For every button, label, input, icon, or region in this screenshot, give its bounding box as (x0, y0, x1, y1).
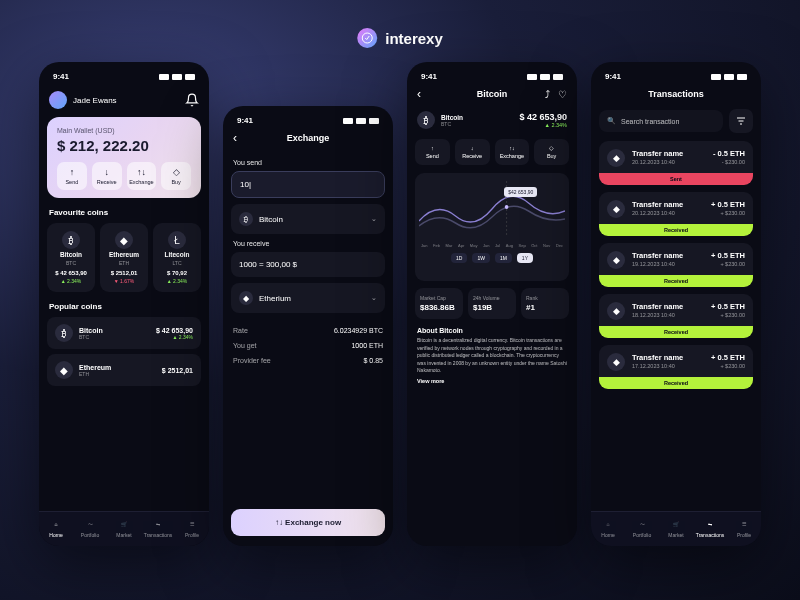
about-text: Bitcoin is a decentralized digital curre… (417, 337, 567, 375)
tab-market[interactable]: 🛒Market (107, 518, 141, 538)
range-1Y[interactable]: 1Y (517, 253, 533, 263)
brand-logo: interexy (357, 28, 443, 48)
search-icon: 🔍 (607, 117, 616, 125)
stat-card: Market Cap$836.86B (415, 288, 463, 319)
tab-home[interactable]: ⌂Home (591, 518, 625, 538)
exchange-now-button[interactable]: ↑↓ Exchange now (231, 509, 385, 536)
tab-portfolio[interactable]: 〜Portfolio (625, 518, 659, 538)
wallet-card: Main Wallet (USD) $ 212, 222.20 ↑Send ↓R… (47, 117, 201, 198)
bell-icon[interactable] (185, 93, 199, 107)
send-label: You send (233, 159, 383, 166)
tab-home[interactable]: ⌂Home (39, 518, 73, 538)
tab-bar: ⌂Home〜Portfolio🛒Market⇋Transactions☰Prof… (39, 511, 209, 546)
ethereum-icon: ◆ (607, 353, 625, 371)
exchange-button[interactable]: ↑↓Exchange (495, 139, 530, 165)
transaction-tag: Received (599, 275, 753, 287)
search-input[interactable]: 🔍Search transaction (599, 110, 723, 132)
ethereum-icon: ◆ (607, 149, 625, 167)
transaction-card[interactable]: ◆Transfer name18.12.2023 10:40+ 0.5 ETH+… (599, 294, 753, 338)
ethereum-icon: ◆ (607, 251, 625, 269)
tab-transactions[interactable]: ⇋Transactions (693, 518, 727, 538)
receive-coin-select[interactable]: ◆ Etherium⌄ (231, 283, 385, 313)
transaction-card[interactable]: ◆Transfer name17.12.2023 10:40+ 0.5 ETH+… (599, 345, 753, 389)
transaction-card[interactable]: ◆Transfer name20.12.2023 10:40+ 0.5 ETH+… (599, 192, 753, 236)
coin-icon: ₿ (55, 324, 73, 342)
transaction-card[interactable]: ◆Transfer name19.12.2023 10:40+ 0.5 ETH+… (599, 243, 753, 287)
page-title: Bitcoin (477, 89, 508, 99)
transaction-tag: Received (599, 224, 753, 236)
back-button[interactable]: ‹ (233, 131, 237, 145)
status-bar: 9:41 (231, 116, 385, 131)
avatar (49, 91, 67, 109)
send-button[interactable]: ↑Send (57, 162, 87, 190)
transaction-tag: Received (599, 377, 753, 389)
range-1W[interactable]: 1W (472, 253, 490, 263)
transaction-tag: Received (599, 326, 753, 338)
tab-bar: ⌂Home〜Portfolio🛒Market⇋Transactions☰Prof… (591, 511, 761, 546)
page-title: Transactions (648, 89, 704, 99)
price-chart[interactable]: $42 653,90 JanFebMarAprMayJunJulAugSepOc… (415, 173, 569, 281)
back-button[interactable]: ‹ (417, 87, 421, 101)
range-1D[interactable]: 1D (451, 253, 467, 263)
receive-amount: 1000 = 300,00 $ (231, 252, 385, 277)
status-bar: 9:41 (47, 72, 201, 87)
favourite-title: Favourite coins (49, 208, 199, 217)
send-coin-select[interactable]: ₿ Bitcoin⌄ (231, 204, 385, 234)
range-1M[interactable]: 1M (495, 253, 512, 263)
receive-label: You receive (233, 240, 383, 247)
coin-icon: ◆ (115, 231, 133, 249)
heart-icon[interactable]: ♡ (558, 89, 567, 100)
fav-coin-card[interactable]: ŁLitecoinLTC$ 70,92▲ 2.34% (153, 223, 201, 292)
wallet-label: Main Wallet (USD) (57, 127, 191, 134)
stat-card: 24h Volume$19B (468, 288, 516, 319)
rate-row: Provider fee$ 0.85 (231, 353, 385, 368)
coin-icon: Ł (168, 231, 186, 249)
chevron-down-icon: ⌄ (371, 294, 377, 302)
brand-text: interexy (385, 30, 443, 47)
brand-icon (357, 28, 377, 48)
user-name: Jade Ewans (73, 96, 117, 105)
rate-row: You get1000 ETH (231, 338, 385, 353)
tab-market[interactable]: 🛒Market (659, 518, 693, 538)
tab-profile[interactable]: ☰Profile (175, 518, 209, 538)
fav-coin-card[interactable]: ◆EthereumETH$ 2512,01▼ 1.67% (100, 223, 148, 292)
share-icon[interactable]: ⤴ (545, 89, 550, 100)
buy-button[interactable]: ◇Buy (534, 139, 569, 165)
screen-coin-detail: 9:41 ‹ Bitcoin ⤴♡ ₿ Bitcoin BTC $ 42 653… (407, 62, 577, 546)
stat-card: Rank#1 (521, 288, 569, 319)
status-bar: 9:41 (415, 72, 569, 87)
screen-exchange: 9:41 ‹ Exchange You send 10| ₿ Bitcoin⌄ … (223, 106, 393, 546)
tab-transactions[interactable]: ⇋Transactions (141, 518, 175, 538)
popular-coin-row[interactable]: ₿BitcoinBTC$ 42 653,90▲ 2.34% (47, 317, 201, 349)
coin-price: $ 42 653,90 (519, 112, 567, 122)
svg-point-2 (505, 205, 509, 209)
wallet-actions: ↑Send ↓Receive ↑↓Exchange ◇Buy (57, 162, 191, 190)
screen-home: 9:41 Jade Ewans Main Wallet (USD) $ 212,… (39, 62, 209, 546)
chevron-down-icon: ⌄ (371, 215, 377, 223)
bitcoin-icon: ₿ (417, 111, 435, 129)
receive-button[interactable]: ↓Receive (92, 162, 122, 190)
send-button[interactable]: ↑Send (415, 139, 450, 165)
receive-button[interactable]: ↓Receive (455, 139, 490, 165)
screen-transactions: 9:41 Transactions 🔍Search transaction ◆T… (591, 62, 761, 546)
transaction-card[interactable]: ◆Transfer name20.12.2023 10:40- 0.5 ETH-… (599, 141, 753, 185)
view-more-button[interactable]: View more (417, 378, 567, 384)
coin-change: ▲ 2.34% (519, 122, 567, 128)
tab-portfolio[interactable]: 〜Portfolio (73, 518, 107, 538)
about-title: About Bitcoin (417, 327, 567, 334)
wallet-amount: $ 212, 222.20 (57, 137, 191, 154)
buy-button[interactable]: ◇Buy (161, 162, 191, 190)
popular-coin-row[interactable]: ◆EthereumETH$ 2512,01 (47, 354, 201, 386)
status-bar: 9:41 (599, 72, 753, 87)
ethereum-icon: ◆ (607, 200, 625, 218)
page-title: Exchange (287, 133, 330, 143)
user-profile[interactable]: Jade Ewans (49, 91, 117, 109)
exchange-button[interactable]: ↑↓Exchange (127, 162, 157, 190)
filter-button[interactable] (729, 109, 753, 133)
transaction-tag: Sent (599, 173, 753, 185)
popular-title: Popular coins (49, 302, 199, 311)
coin-icon: ₿ (62, 231, 80, 249)
send-amount-input[interactable]: 10| (231, 171, 385, 198)
tab-profile[interactable]: ☰Profile (727, 518, 761, 538)
fav-coin-card[interactable]: ₿BitcoinBTC$ 42 653,90▲ 2.34% (47, 223, 95, 292)
